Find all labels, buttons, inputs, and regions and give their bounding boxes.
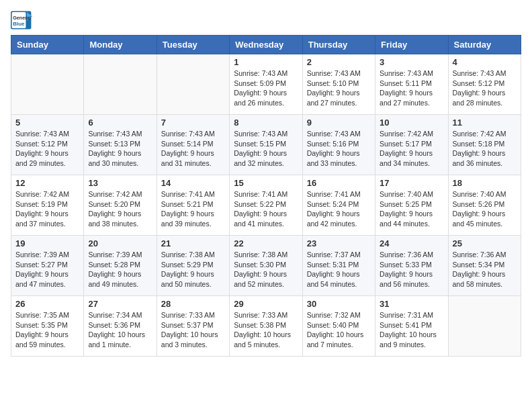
day-number: 23: [307, 238, 371, 248]
day-cell: 11Sunrise: 7:42 AMSunset: 5:18 PMDayligh…: [448, 115, 521, 175]
header-cell-wednesday: Wednesday: [230, 36, 302, 54]
week-row-1: 1Sunrise: 7:43 AMSunset: 5:09 PMDaylight…: [11, 54, 521, 115]
day-detail: Sunrise: 7:36 AMSunset: 5:33 PMDaylight:…: [380, 250, 443, 289]
day-number: 3: [380, 57, 443, 67]
day-cell: 8Sunrise: 7:43 AMSunset: 5:15 PMDaylight…: [230, 115, 302, 175]
day-cell: 6Sunrise: 7:43 AMSunset: 5:13 PMDaylight…: [84, 115, 157, 175]
day-cell: 16Sunrise: 7:41 AMSunset: 5:24 PMDayligh…: [302, 175, 375, 236]
day-cell: 18Sunrise: 7:40 AMSunset: 5:26 PMDayligh…: [448, 175, 521, 236]
day-detail: Sunrise: 7:38 AMSunset: 5:29 PMDaylight:…: [161, 250, 225, 289]
day-cell: [157, 54, 229, 115]
day-cell: [11, 54, 84, 115]
day-detail: Sunrise: 7:43 AMSunset: 5:12 PMDaylight:…: [15, 129, 79, 169]
day-number: 24: [380, 238, 443, 248]
day-cell: 24Sunrise: 7:36 AMSunset: 5:33 PMDayligh…: [375, 236, 448, 296]
day-detail: Sunrise: 7:37 AMSunset: 5:31 PMDaylight:…: [307, 250, 371, 289]
week-row-5: 26Sunrise: 7:35 AMSunset: 5:35 PMDayligh…: [11, 296, 521, 357]
header-row: SundayMondayTuesdayWednesdayThursdayFrid…: [11, 36, 521, 54]
svg-text:Blue: Blue: [13, 21, 25, 27]
header-cell-monday: Monday: [84, 36, 157, 54]
day-cell: 23Sunrise: 7:37 AMSunset: 5:31 PMDayligh…: [302, 236, 375, 296]
day-detail: Sunrise: 7:32 AMSunset: 5:40 PMDaylight:…: [307, 310, 371, 350]
day-detail: Sunrise: 7:35 AMSunset: 5:35 PMDaylight:…: [15, 310, 79, 350]
day-cell: 15Sunrise: 7:41 AMSunset: 5:22 PMDayligh…: [230, 175, 302, 236]
day-number: 19: [15, 238, 79, 248]
header-cell-saturday: Saturday: [448, 36, 521, 54]
day-number: 21: [161, 238, 225, 248]
header: General Blue: [11, 11, 521, 30]
day-number: 11: [453, 118, 517, 128]
day-detail: Sunrise: 7:41 AMSunset: 5:21 PMDaylight:…: [161, 189, 225, 229]
logo-icon: General Blue: [11, 11, 32, 30]
day-number: 31: [380, 299, 443, 309]
day-detail: Sunrise: 7:43 AMSunset: 5:13 PMDaylight:…: [88, 129, 152, 169]
day-detail: Sunrise: 7:42 AMSunset: 5:19 PMDaylight:…: [15, 189, 79, 229]
day-number: 20: [88, 238, 152, 248]
header-cell-sunday: Sunday: [11, 36, 84, 54]
day-number: 14: [161, 178, 225, 188]
day-detail: Sunrise: 7:43 AMSunset: 5:16 PMDaylight:…: [307, 129, 371, 169]
day-detail: Sunrise: 7:41 AMSunset: 5:24 PMDaylight:…: [307, 189, 371, 229]
day-number: 28: [161, 299, 225, 309]
day-cell: 21Sunrise: 7:38 AMSunset: 5:29 PMDayligh…: [157, 236, 229, 296]
day-cell: 20Sunrise: 7:39 AMSunset: 5:28 PMDayligh…: [84, 236, 157, 296]
day-number: 16: [307, 178, 371, 188]
day-number: 25: [453, 238, 517, 248]
day-detail: Sunrise: 7:43 AMSunset: 5:09 PMDaylight:…: [234, 68, 298, 108]
day-detail: Sunrise: 7:38 AMSunset: 5:30 PMDaylight:…: [234, 250, 298, 289]
day-number: 5: [15, 118, 79, 128]
day-number: 8: [234, 118, 298, 128]
day-number: 12: [15, 178, 79, 188]
day-cell: 2Sunrise: 7:43 AMSunset: 5:10 PMDaylight…: [302, 54, 375, 115]
logo: General Blue: [11, 11, 32, 30]
week-row-2: 5Sunrise: 7:43 AMSunset: 5:12 PMDaylight…: [11, 115, 521, 175]
day-number: 10: [380, 118, 443, 128]
day-number: 30: [307, 299, 371, 309]
day-cell: 22Sunrise: 7:38 AMSunset: 5:30 PMDayligh…: [230, 236, 302, 296]
day-detail: Sunrise: 7:43 AMSunset: 5:12 PMDaylight:…: [453, 68, 517, 108]
day-cell: [84, 54, 157, 115]
day-number: 7: [161, 118, 225, 128]
day-detail: Sunrise: 7:33 AMSunset: 5:38 PMDaylight:…: [234, 310, 298, 350]
day-number: 9: [307, 118, 371, 128]
calendar-table: SundayMondayTuesdayWednesdayThursdayFrid…: [11, 35, 521, 357]
day-cell: 28Sunrise: 7:33 AMSunset: 5:37 PMDayligh…: [157, 296, 229, 357]
day-number: 6: [88, 118, 152, 128]
day-cell: 17Sunrise: 7:40 AMSunset: 5:25 PMDayligh…: [375, 175, 448, 236]
day-number: 27: [88, 299, 152, 309]
header-cell-friday: Friday: [375, 36, 448, 54]
day-cell: 30Sunrise: 7:32 AMSunset: 5:40 PMDayligh…: [302, 296, 375, 357]
day-detail: Sunrise: 7:40 AMSunset: 5:26 PMDaylight:…: [453, 189, 517, 229]
svg-text:General: General: [13, 15, 31, 21]
day-cell: 9Sunrise: 7:43 AMSunset: 5:16 PMDaylight…: [302, 115, 375, 175]
day-detail: Sunrise: 7:43 AMSunset: 5:15 PMDaylight:…: [234, 129, 298, 169]
day-detail: Sunrise: 7:42 AMSunset: 5:18 PMDaylight:…: [453, 129, 517, 169]
day-cell: 25Sunrise: 7:36 AMSunset: 5:34 PMDayligh…: [448, 236, 521, 296]
day-detail: Sunrise: 7:40 AMSunset: 5:25 PMDaylight:…: [380, 189, 443, 229]
day-number: 22: [234, 238, 298, 248]
day-cell: 14Sunrise: 7:41 AMSunset: 5:21 PMDayligh…: [157, 175, 229, 236]
day-cell: 26Sunrise: 7:35 AMSunset: 5:35 PMDayligh…: [11, 296, 84, 357]
day-cell: 4Sunrise: 7:43 AMSunset: 5:12 PMDaylight…: [448, 54, 521, 115]
day-number: 1: [234, 57, 298, 67]
day-cell: 3Sunrise: 7:43 AMSunset: 5:11 PMDaylight…: [375, 54, 448, 115]
day-cell: 1Sunrise: 7:43 AMSunset: 5:09 PMDaylight…: [230, 54, 302, 115]
header-cell-thursday: Thursday: [302, 36, 375, 54]
header-cell-tuesday: Tuesday: [157, 36, 229, 54]
day-detail: Sunrise: 7:42 AMSunset: 5:17 PMDaylight:…: [380, 129, 443, 169]
day-cell: 31Sunrise: 7:31 AMSunset: 5:41 PMDayligh…: [375, 296, 448, 357]
day-cell: 29Sunrise: 7:33 AMSunset: 5:38 PMDayligh…: [230, 296, 302, 357]
day-number: 26: [15, 299, 79, 309]
day-detail: Sunrise: 7:31 AMSunset: 5:41 PMDaylight:…: [380, 310, 443, 350]
week-row-3: 12Sunrise: 7:42 AMSunset: 5:19 PMDayligh…: [11, 175, 521, 236]
day-number: 17: [380, 178, 443, 188]
day-detail: Sunrise: 7:41 AMSunset: 5:22 PMDaylight:…: [234, 189, 298, 229]
day-cell: [448, 296, 521, 357]
day-number: 2: [307, 57, 371, 67]
day-cell: 5Sunrise: 7:43 AMSunset: 5:12 PMDaylight…: [11, 115, 84, 175]
day-detail: Sunrise: 7:43 AMSunset: 5:11 PMDaylight:…: [380, 68, 443, 108]
day-number: 13: [88, 178, 152, 188]
day-detail: Sunrise: 7:43 AMSunset: 5:14 PMDaylight:…: [161, 129, 225, 169]
week-row-4: 19Sunrise: 7:39 AMSunset: 5:27 PMDayligh…: [11, 236, 521, 296]
day-detail: Sunrise: 7:42 AMSunset: 5:20 PMDaylight:…: [88, 189, 152, 229]
